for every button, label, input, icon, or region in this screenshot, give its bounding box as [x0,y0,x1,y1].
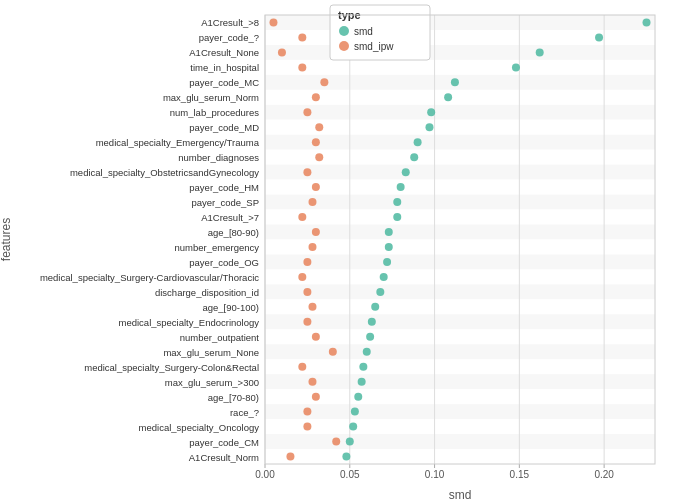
svg-point-120 [312,333,320,341]
svg-text:0.05: 0.05 [340,469,360,480]
svg-text:max_glu_serum_>300: max_glu_serum_>300 [165,377,259,388]
svg-text:age_[80-90): age_[80-90) [208,227,259,238]
svg-rect-12 [265,195,655,210]
svg-rect-29 [265,449,655,464]
svg-point-136 [286,453,294,461]
svg-point-115 [371,303,379,311]
svg-text:number_emergency: number_emergency [175,242,260,253]
svg-point-98 [303,168,311,176]
svg-text:medical_specialty_Obstetricsan: medical_specialty_ObstetricsandGynecolog… [70,167,259,178]
svg-point-85 [451,78,459,86]
svg-rect-14 [265,225,655,240]
svg-rect-6 [265,105,655,120]
svg-point-91 [425,123,433,131]
svg-point-89 [427,108,435,116]
svg-point-81 [536,48,544,56]
svg-point-117 [368,318,376,326]
svg-rect-22 [265,344,655,359]
svg-text:medical_specialty_Emergency/Tr: medical_specialty_Emergency/Trauma [96,137,260,148]
svg-text:payer_code_HM: payer_code_HM [189,182,259,193]
svg-point-112 [298,273,306,281]
svg-point-110 [303,258,311,266]
svg-text:age_[70-80): age_[70-80) [208,392,259,403]
svg-text:number_outpatient: number_outpatient [180,332,260,343]
svg-rect-8 [265,135,655,150]
svg-point-129 [351,408,359,416]
svg-text:payer_code_MD: payer_code_MD [189,122,259,133]
svg-point-113 [376,288,384,296]
svg-point-135 [342,453,350,461]
svg-point-95 [410,153,418,161]
svg-point-123 [359,363,367,371]
svg-rect-15 [265,240,655,255]
svg-rect-28 [265,434,655,449]
svg-text:payer_code_?: payer_code_? [199,32,259,43]
svg-point-106 [312,228,320,236]
svg-text:A1Cresult_>8: A1Cresult_>8 [201,17,259,28]
svg-point-104 [298,213,306,221]
svg-rect-10 [265,165,655,180]
svg-point-87 [444,93,452,101]
svg-point-139 [339,26,349,36]
svg-text:smd: smd [449,488,472,502]
svg-point-82 [278,48,286,56]
svg-rect-17 [265,269,655,284]
svg-point-111 [380,273,388,281]
svg-rect-11 [265,180,655,195]
svg-point-96 [315,153,323,161]
svg-text:0.00: 0.00 [255,469,275,480]
svg-point-102 [308,198,316,206]
svg-rect-25 [265,389,655,404]
svg-point-78 [269,18,277,26]
svg-text:0.20: 0.20 [594,469,614,480]
svg-point-131 [349,423,357,431]
svg-text:A1Cresult_None: A1Cresult_None [189,47,259,58]
svg-point-80 [298,33,306,41]
svg-point-79 [595,33,603,41]
svg-point-108 [308,243,316,251]
svg-rect-2 [265,45,655,60]
svg-rect-0 [265,15,655,30]
svg-rect-16 [265,254,655,269]
svg-rect-7 [265,120,655,135]
svg-point-122 [329,348,337,356]
svg-point-99 [397,183,405,191]
svg-point-93 [414,138,422,146]
svg-point-130 [303,408,311,416]
svg-text:smd_ipw: smd_ipw [354,41,394,52]
svg-text:payer_code_CM: payer_code_CM [189,437,259,448]
svg-text:race_?: race_? [230,407,259,418]
svg-rect-24 [265,374,655,389]
svg-point-84 [298,63,306,71]
svg-text:num_lab_procedures: num_lab_procedures [170,107,260,118]
svg-text:medical_specialty_Surgery-Colo: medical_specialty_Surgery-Colon&Rectal [84,362,259,373]
svg-rect-26 [265,404,655,419]
svg-point-121 [363,348,371,356]
svg-point-101 [393,198,401,206]
svg-text:payer_code_OG: payer_code_OG [189,257,259,268]
svg-rect-5 [265,90,655,105]
svg-point-128 [312,393,320,401]
svg-point-118 [303,318,311,326]
svg-point-116 [308,303,316,311]
svg-rect-23 [265,359,655,374]
svg-text:smd: smd [354,26,373,37]
svg-text:0.10: 0.10 [425,469,445,480]
svg-point-77 [643,18,651,26]
svg-rect-19 [265,299,655,314]
svg-point-133 [346,438,354,446]
svg-point-103 [393,213,401,221]
svg-text:time_in_hospital: time_in_hospital [190,62,259,73]
svg-text:number_diagnoses: number_diagnoses [178,152,259,163]
svg-rect-21 [265,329,655,344]
svg-rect-9 [265,150,655,165]
svg-point-97 [402,168,410,176]
svg-point-100 [312,183,320,191]
svg-text:max_glu_serum_Norm: max_glu_serum_Norm [163,92,259,103]
svg-rect-18 [265,284,655,299]
svg-text:discharge_disposition_id: discharge_disposition_id [155,287,259,298]
svg-point-134 [332,438,340,446]
svg-point-124 [298,363,306,371]
svg-point-107 [385,243,393,251]
svg-point-127 [354,393,362,401]
